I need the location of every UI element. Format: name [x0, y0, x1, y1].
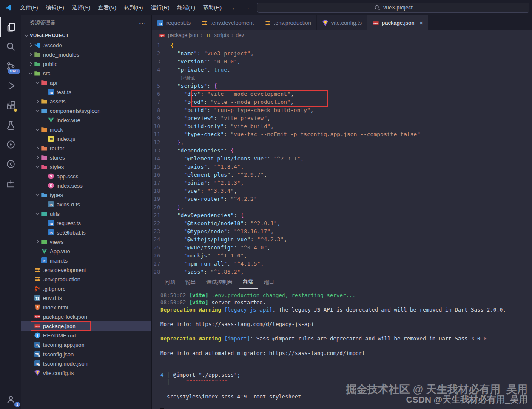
tree-item-env.d.ts[interactable]: TSenv.d.ts: [21, 293, 151, 303]
breadcrumb[interactable]: npmpackage.json›{}scripts›dev: [152, 30, 532, 40]
code-line[interactable]: 20 },: [152, 203, 532, 211]
code-line[interactable]: 15 "axios": "^1.8.4",: [152, 163, 532, 171]
menu-item[interactable]: 终端(T): [173, 0, 199, 15]
tree-item-readme.md[interactable]: iREADME.md: [21, 331, 151, 340]
tab-.env.production[interactable]: .env.production: [259, 15, 317, 30]
activitybar-account-button[interactable]: 1: [0, 389, 21, 409]
code-line[interactable]: 2 "name": "vue3-project",: [152, 49, 532, 57]
tree-item-main.ts[interactable]: TSmain.ts: [21, 256, 151, 265]
forward-icon[interactable]: →: [244, 4, 250, 11]
menu-item[interactable]: 选择(S): [68, 0, 94, 15]
tree-item-src[interactable]: src: [21, 69, 151, 78]
code-line[interactable]: 17 "pinia": "^2.1.3",: [152, 179, 532, 187]
close-icon[interactable]: ×: [420, 20, 423, 26]
tree-item-public[interactable]: public: [21, 59, 151, 69]
code-line[interactable]: 9 "preview": "vite preview",: [152, 114, 532, 122]
code-line[interactable]: 27 "npm-run-all": "^4.1.5",: [152, 260, 532, 268]
activitybar-extensions-button[interactable]: [0, 95, 21, 115]
tree-item-views[interactable]: views: [21, 237, 151, 246]
panel-tab-问题[interactable]: 问题: [160, 276, 179, 289]
tree-item-styles[interactable]: styles: [21, 162, 151, 172]
code-line[interactable]: 25 "@vue/tsconfig": "^0.4.0",: [152, 243, 532, 252]
tab-.env.development[interactable]: .env.development: [196, 15, 259, 30]
tree-item-test.ts[interactable]: TStest.ts: [21, 87, 151, 97]
code-line[interactable]: 5 "scripts": {: [152, 82, 532, 90]
code-editor[interactable]: 1{2 "name": "vue3-project",3 "version": …: [152, 40, 532, 275]
menu-item[interactable]: 帮助(H): [199, 0, 225, 15]
tree-item-setglobal.ts[interactable]: TSsetGlobal.ts: [21, 228, 151, 237]
tree-item-request.ts[interactable]: TSrequest.ts: [21, 218, 151, 228]
codelens-debug-action[interactable]: ▷调试: [171, 75, 195, 80]
code-line[interactable]: 16 "element-plus": "^2.9.7",: [152, 171, 532, 179]
menu-item[interactable]: 查看(V): [94, 0, 120, 15]
tree-item-tsconfig.app.json[interactable]: TStsconfig.app.json: [21, 340, 151, 349]
tree-item-index.js[interactable]: JSindex.js: [21, 134, 151, 143]
terminal[interactable]: 08:50:02 [vite] .env.production changed,…: [152, 289, 532, 409]
tree-item-stores[interactable]: stores: [21, 153, 151, 162]
menu-item[interactable]: 文件(F): [16, 0, 42, 15]
activitybar-testing-button[interactable]: [0, 115, 21, 134]
tab-vite.config.ts[interactable]: vite.config.ts: [317, 15, 367, 30]
tree-item-index.vue[interactable]: index.vue: [21, 115, 151, 125]
tree-item-tsconfig.json[interactable]: TStsconfig.json: [21, 349, 151, 359]
code-line[interactable]: 4 "private": true,: [152, 66, 532, 74]
panel-tab-终端[interactable]: 终端: [239, 276, 258, 289]
back-icon[interactable]: ←: [231, 4, 238, 11]
command-search-input[interactable]: vue3-project: [257, 3, 529, 13]
tree-item-.gitignore[interactable]: .gitignore: [21, 284, 151, 293]
tree-item-axios.d.ts[interactable]: TSaxios.d.ts: [21, 200, 151, 209]
breadcrumb-item[interactable]: scripts: [214, 32, 229, 38]
code-line[interactable]: 24 "@vitejs/plugin-vue": "^4.2.3",: [152, 235, 532, 243]
code-line[interactable]: 3 "version": "0.0.0",: [152, 57, 532, 66]
menu-item[interactable]: 转到(G): [120, 0, 147, 15]
code-line[interactable]: 21 "devDependencies": {: [152, 211, 532, 219]
activitybar-run-debug-button[interactable]: [0, 76, 21, 95]
code-line[interactable]: 23 "@types/node": "^18.16.17",: [152, 227, 532, 235]
activitybar-extension-c-button[interactable]: [0, 174, 21, 193]
activitybar-source-control-button[interactable]: 10K+: [0, 56, 21, 76]
activitybar-extension-a-button[interactable]: [0, 134, 21, 154]
code-line[interactable]: 22 "@tsconfig/node18": "^2.0.1",: [152, 219, 532, 227]
activitybar-extension-b-button[interactable]: [0, 154, 21, 174]
code-line[interactable]: 28 "sass": "^1.86.2",: [152, 268, 532, 275]
tree-item-router[interactable]: router: [21, 143, 151, 153]
tree-item-mock[interactable]: mock: [21, 125, 151, 134]
tab-package.json[interactable]: npmpackage.json×: [367, 15, 429, 30]
tab-request.ts[interactable]: TSrequest.ts: [152, 15, 196, 30]
menu-item[interactable]: 运行(R): [147, 0, 173, 15]
code-line[interactable]: 7 "prod": "vite --mode production",: [152, 98, 532, 106]
tree-item-.vscode[interactable]: .vscode: [21, 40, 151, 50]
code-line[interactable]: 19 "vue-router": "^4.2.2": [152, 195, 532, 203]
tree-item-api[interactable]: api: [21, 78, 151, 87]
code-line[interactable]: 1{: [152, 41, 532, 49]
tree-item-app.vue[interactable]: App.vue: [21, 246, 151, 256]
tree-item-types[interactable]: types: [21, 190, 151, 200]
tree-item-package.json[interactable]: npmpackage.json: [21, 321, 151, 331]
tree-item-components-svgicon[interactable]: components\svgIcon: [21, 106, 151, 115]
code-line[interactable]: 11 "type-check": "vue-tsc --noEmit -p ts…: [152, 130, 532, 138]
explorer-actions-button[interactable]: ···: [139, 20, 146, 26]
activitybar-explorer-button[interactable]: [0, 17, 21, 37]
tree-item-index.html[interactable]: 5index.html: [21, 303, 151, 312]
tree-item-vite.config.ts[interactable]: vite.config.ts: [21, 368, 151, 378]
tree-item-.env.production[interactable]: .env.production: [21, 275, 151, 284]
tree-item-package-lock.json[interactable]: npmpackage-lock.json: [21, 312, 151, 321]
code-line[interactable]: 13 "dependencies": {: [152, 146, 532, 154]
menu-item[interactable]: 编辑(E): [42, 0, 68, 15]
code-line[interactable]: 8 "build": "run-p type-check build-only"…: [152, 106, 532, 114]
tree-item-assets[interactable]: assets: [21, 97, 151, 106]
project-root-item[interactable]: VUE3-PROJECT: [21, 30, 151, 40]
panel-tab-输出[interactable]: 输出: [181, 276, 200, 289]
tree-item-node-modules[interactable]: node_modules: [21, 50, 151, 59]
code-line[interactable]: 26 "mockjs": "^1.1.0",: [152, 252, 532, 260]
code-line[interactable]: 10 "build-only": "vite build",: [152, 122, 532, 130]
tree-item-app.scss[interactable]: Sapp.scss: [21, 172, 151, 181]
code-line[interactable]: 18 "vue": "^3.3.4",: [152, 187, 532, 195]
codelens-line[interactable]: ▷调试: [152, 74, 532, 82]
tree-item-index.scss[interactable]: Sindex.scss: [21, 181, 151, 190]
tree-item-tsconfig.node.json[interactable]: TStsconfig.node.json: [21, 359, 151, 368]
breadcrumb-item[interactable]: package.json: [168, 32, 198, 38]
tree-item-.env.development[interactable]: .env.development: [21, 265, 151, 275]
code-line[interactable]: 12 },: [152, 138, 532, 146]
code-line[interactable]: 6 "dev": "vite --mode development",: [152, 90, 532, 98]
